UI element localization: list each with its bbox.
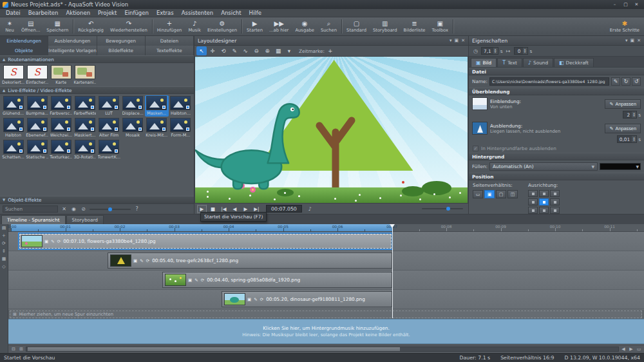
timeline-item-spring-g085a08dfa-1920-png[interactable]: ▣ ✎ ⟳00:04.40, spring-g085a08dfa_1920.pn…: [162, 272, 392, 288]
search-button[interactable]: ⌕Suchen: [317, 17, 340, 35]
effect-item-ebenenef[interactable]: Ebenenef...: [25, 117, 49, 138]
close-icon[interactable]: ✕: [637, 38, 641, 43]
fade-out-duration-spinner[interactable]: 0,01 ▲▼: [617, 135, 637, 143]
show-preview-icon[interactable]: ◉: [70, 206, 77, 212]
effect-item-kreis-mit[interactable]: Kreis-Mit...: [145, 117, 169, 138]
section-live-effekte[interactable]: ▲ Live-Effekte / Video-Effekte: [0, 86, 194, 94]
settings-button[interactable]: ⚙Einstellungen: [204, 17, 240, 35]
revert-button[interactable]: ↺: [632, 77, 641, 86]
section-objekt-effekte[interactable]: ▼ Objekt-Effekte: [0, 196, 194, 204]
offset-spinner[interactable]: 0 ▲▼: [514, 47, 528, 55]
fade-out-adjust-button[interactable]: ✎ Anpassen: [605, 124, 641, 133]
volume-icon[interactable]: ♪: [307, 206, 314, 212]
timeline-ruler[interactable]: 00:0000:0100:0200:0300:0400:0500:0600:07…: [8, 224, 644, 232]
effect-item-schatten[interactable]: Schatten...: [1, 139, 25, 160]
maximize-button[interactable]: ▢: [621, 1, 630, 8]
aspect-auto-button[interactable]: ▭: [473, 190, 483, 198]
effects-search-input[interactable]: [3, 205, 58, 213]
pan-tool[interactable]: ✛: [207, 46, 218, 55]
effect-item-lut[interactable]: LUT: [97, 95, 121, 117]
effect-item-farbversc[interactable]: Farbversc...: [49, 95, 73, 117]
redo-button[interactable]: ↷Wiederherstellen: [107, 17, 151, 35]
float-icon[interactable]: ▣: [455, 38, 459, 43]
effect-item-tonwertk[interactable]: TonwertK...: [97, 139, 121, 160]
close-button[interactable]: ✕: [632, 1, 641, 8]
minimize-button[interactable]: –: [610, 1, 620, 8]
route-item-kartenani[interactable]: Kartenani...: [73, 64, 97, 86]
properties-tab-sound[interactable]: ♪Sound: [523, 58, 553, 67]
zoom-out-timeline-icon[interactable]: ⊟: [10, 347, 17, 352]
route-item-karte[interactable]: Karte: [49, 64, 73, 86]
timeline-item-tree-gefc2638cf-1280-png[interactable]: ▣ ✎ ⟳00:05.40, tree-gefc2638cf_1280.png: [108, 252, 392, 269]
zoom-in-tool[interactable]: ⊕: [262, 46, 272, 55]
grid-icon[interactable]: ▦: [2, 256, 6, 262]
expand-icon[interactable]: ⇕: [2, 249, 6, 254]
effects-tab-intelligente-vorlagen[interactable]: Intelligente Vorlagen: [48, 46, 97, 55]
duration-spinner[interactable]: 7,1 ▲▼: [481, 47, 498, 55]
menu-icon[interactable]: ▾: [625, 38, 628, 43]
zeitmarke-add-button[interactable]: +: [325, 46, 336, 55]
close-icon[interactable]: ✕: [461, 38, 465, 43]
effect-item-halbton[interactable]: Halbton...: [169, 95, 193, 117]
from-here-button[interactable]: ▶▶...ab hier: [266, 17, 292, 35]
aspect-stretch-button[interactable]: ◫: [507, 190, 518, 198]
effect-item-texturkac[interactable]: Texturkac...: [49, 139, 73, 160]
align-button-7[interactable]: [539, 207, 549, 214]
align-button-5[interactable]: [550, 198, 560, 205]
effects-tab-texteffekte[interactable]: Texteffekte: [146, 46, 194, 55]
menu-extras[interactable]: Extras: [153, 10, 178, 16]
effect-item-masken[interactable]: Masken...: [145, 95, 169, 117]
edit-tool[interactable]: ✎: [229, 46, 240, 55]
effect-item-weichzei[interactable]: Weichzei...: [49, 117, 73, 138]
menu-hilfe[interactable]: Hilfe: [245, 10, 265, 16]
effects-tab-bewegungen[interactable]: Bewegungen: [97, 36, 146, 46]
fill-select[interactable]: Automatisch (An) ▼: [489, 162, 598, 171]
new-button[interactable]: ✶Neu: [1, 17, 18, 35]
reload-button[interactable]: ↻: [621, 77, 630, 86]
menu-datei[interactable]: Datei: [2, 10, 24, 16]
open-button[interactable]: ▤Öffnen...: [18, 17, 43, 35]
effects-tab-bildeffekte[interactable]: Bildeffekte: [97, 46, 146, 55]
effect-item-displace[interactable]: Displace...: [121, 95, 145, 117]
scroll-right-icon[interactable]: ▶: [628, 347, 634, 352]
properties-tab-text[interactable]: TText: [497, 58, 522, 67]
fit-icon[interactable]: ▭: [636, 347, 642, 352]
effect-item-3d-rotati[interactable]: 3D-Rotati...: [73, 139, 97, 160]
menu-aktionen[interactable]: Aktionen: [62, 10, 94, 16]
route-item-einfacher[interactable]: Einfacher...: [25, 64, 49, 86]
fade-out-thumbnail[interactable]: [472, 122, 488, 135]
help-icon[interactable]: ?: [133, 206, 140, 212]
effect-item-maskiert[interactable]: Maskiert...: [73, 117, 97, 138]
align-button-0[interactable]: [528, 190, 538, 197]
timeline-tracks[interactable]: ▣ ✎ ⟳00:07.10, flowers-ga3380be4_1280.jp…: [8, 232, 644, 310]
timeline-item-flowers-ga3380be4-1280-jpg[interactable]: ▣ ✎ ⟳00:07.10, flowers-ga3380be4_1280.jp…: [19, 233, 392, 249]
effect-item-bumpma[interactable]: Bumpma...: [25, 95, 49, 117]
zoom-out-tool[interactable]: ⊖: [251, 46, 261, 55]
align-button-2[interactable]: [550, 190, 560, 197]
effect-item-form-m[interactable]: Form-M...: [169, 117, 193, 138]
volume-slider[interactable]: [422, 208, 463, 209]
image-list-button[interactable]: ≣Bilderliste: [401, 17, 429, 35]
effect-item-glühend[interactable]: Glühend...: [1, 95, 25, 117]
timeline-tab-timeline-spuransicht[interactable]: Timeline - Spuransicht: [1, 215, 66, 224]
float-icon[interactable]: ▣: [630, 38, 635, 43]
save-button[interactable]: ▦Speichern: [43, 17, 71, 35]
scroll-left-icon[interactable]: ◀: [620, 347, 627, 352]
add-track-icon[interactable]: +: [2, 233, 6, 238]
timeline-scrollbar[interactable]: [26, 347, 619, 352]
grid-dropdown[interactable]: ▾: [284, 46, 294, 55]
scrollbar-thumb[interactable]: [28, 347, 400, 351]
properties-tab-bild[interactable]: ▣Bild: [471, 58, 497, 67]
new-track-drop-area[interactable]: ⊞ Hierher ziehen, um neue Spur einzurich…: [10, 310, 642, 318]
menu-assistenten[interactable]: Assistenten: [178, 10, 217, 16]
start-button[interactable]: ▶Starten: [243, 17, 266, 35]
effects-tab-ausblendungen[interactable]: Ausblendungen: [48, 36, 97, 46]
bg-fade-checkbox[interactable]: ✓: [473, 146, 478, 151]
playhead[interactable]: [392, 224, 393, 318]
zoom-in-timeline-icon[interactable]: ⊞: [18, 347, 24, 352]
undo-button[interactable]: ↶Rückgängig: [75, 17, 107, 35]
effects-tab-objekte[interactable]: Objekte: [0, 46, 48, 55]
select-tool[interactable]: ↖: [196, 46, 207, 55]
effect-item-farbeffekte[interactable]: Farbeffekte: [73, 95, 97, 117]
snap-icon[interactable]: ◇: [2, 264, 5, 269]
